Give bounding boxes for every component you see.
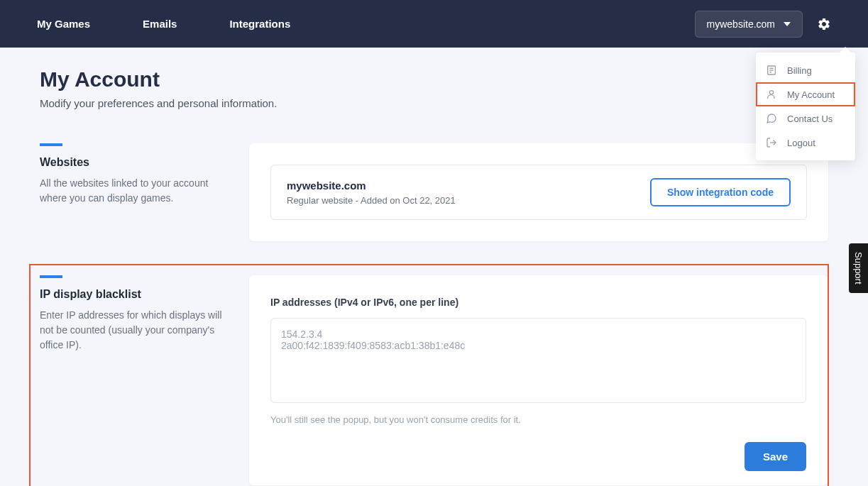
header-right: mywebsite.com	[695, 11, 831, 38]
header: My Games Emails Integrations mywebsite.c…	[0, 0, 868, 48]
chat-icon	[766, 113, 777, 124]
gear-icon[interactable]	[817, 17, 831, 31]
websites-panel: mywebsite.com Regular website - Added on…	[249, 143, 828, 241]
settings-dropdown: Billing My Account Contact Us Logout	[756, 53, 855, 160]
billing-icon	[766, 65, 777, 76]
site-selector-label: mywebsite.com	[707, 18, 775, 30]
page-title: My Account	[40, 67, 828, 92]
page-content: My Account Modify your preferences and p…	[0, 48, 868, 486]
websites-desc: All the websites linked to your account …	[40, 176, 228, 206]
website-card-info: mywebsite.com Regular website - Added on…	[287, 180, 456, 206]
svg-point-4	[769, 91, 773, 94]
ip-section-left: IP display blacklist Enter IP addresses …	[40, 275, 228, 485]
websites-section: Websites All the websites linked to your…	[40, 143, 828, 241]
websites-section-left: Websites All the websites linked to your…	[40, 143, 228, 241]
dropdown-label: Logout	[787, 138, 815, 148]
show-integration-button[interactable]: Show integration code	[650, 178, 791, 206]
page-subtitle: Modify your preferences and personal inf…	[40, 97, 828, 109]
ip-helper-text: You'll still see the popup, but you won'…	[270, 414, 806, 425]
nav-emails[interactable]: Emails	[143, 18, 177, 30]
ip-section-highlighted: IP display blacklist Enter IP addresses …	[29, 264, 829, 486]
ip-section: IP display blacklist Enter IP addresses …	[40, 275, 828, 485]
logout-icon	[766, 137, 777, 148]
dropdown-label: Contact Us	[787, 114, 833, 124]
section-accent	[40, 275, 62, 278]
nav-links: My Games Emails Integrations	[37, 18, 290, 30]
support-tab[interactable]: Support	[849, 243, 868, 293]
chevron-down-icon	[784, 22, 791, 26]
dropdown-label: My Account	[787, 89, 835, 100]
dropdown-my-account[interactable]: My Account	[756, 82, 855, 106]
section-accent	[40, 143, 62, 146]
nav-integrations[interactable]: Integrations	[229, 18, 290, 30]
dropdown-billing[interactable]: Billing	[756, 58, 855, 82]
site-selector[interactable]: mywebsite.com	[695, 11, 803, 38]
nav-my-games[interactable]: My Games	[37, 18, 90, 30]
dropdown-contact-us[interactable]: Contact Us	[756, 106, 855, 131]
dropdown-logout[interactable]: Logout	[756, 131, 855, 155]
save-button[interactable]: Save	[745, 442, 806, 471]
user-icon	[766, 89, 777, 100]
website-name: mywebsite.com	[287, 180, 456, 192]
ip-desc: Enter IP addresses for which displays wi…	[40, 308, 228, 353]
dropdown-label: Billing	[787, 65, 812, 76]
ip-field-label: IP addresses (IPv4 or IPv6, one per line…	[270, 297, 806, 308]
website-card: mywebsite.com Regular website - Added on…	[270, 165, 807, 220]
websites-title: Websites	[40, 156, 228, 169]
ip-textarea[interactable]	[270, 318, 806, 403]
ip-title: IP display blacklist	[40, 288, 228, 301]
website-meta: Regular website - Added on Oct 22, 2021	[287, 195, 456, 206]
ip-panel: IP addresses (IPv4 or IPv6, one per line…	[249, 275, 828, 485]
